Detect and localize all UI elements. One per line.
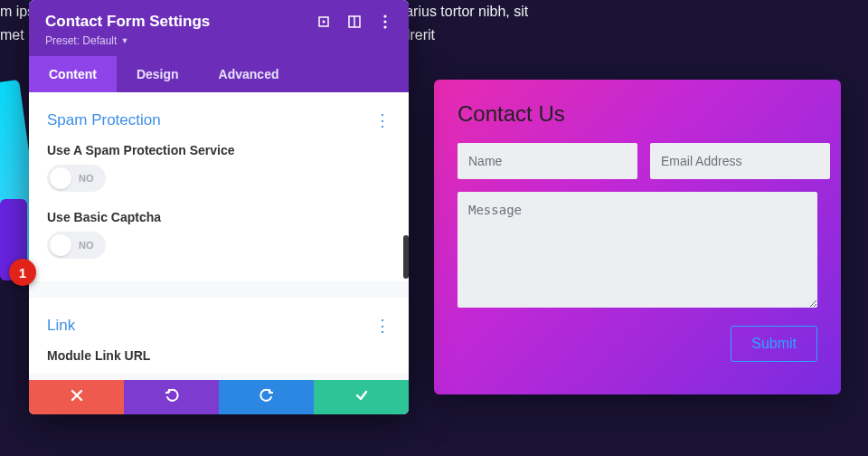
settings-panel: Contact Form Settings Preset: Default ▼ … [29,0,409,414]
toggle-spam-service[interactable]: NO [47,165,106,192]
toggle-basic-captcha[interactable]: NO [47,232,106,259]
message-field[interactable] [458,192,817,308]
contact-form-preview: Contact Us Submit [434,80,841,394]
check-icon [354,388,369,406]
step-badge: 1 [9,259,36,286]
tab-design[interactable]: Design [117,56,199,92]
redo-icon [259,388,274,406]
section-spam-protection: Spam Protection ⋮ Use A Spam Protection … [29,92,409,281]
svg-point-1 [323,21,326,24]
panel-footer [29,380,409,414]
section-title: Spam Protection [47,111,161,129]
preset-label: Preset: Default [45,34,117,47]
expand-icon[interactable] [316,14,331,29]
preview-heading: Contact Us [458,101,817,127]
toggle-state: NO [71,240,103,251]
toggle-state: NO [71,173,103,184]
undo-icon [165,388,179,406]
more-icon[interactable] [378,14,392,29]
tab-advanced[interactable]: Advanced [199,56,299,92]
close-icon [71,389,83,405]
name-field[interactable] [458,143,637,179]
tab-content[interactable]: Content [29,56,117,92]
toggle-knob [50,234,71,256]
section-link: Link ⋮ Module Link URL [29,298,409,374]
undo-button[interactable] [124,380,219,414]
redo-button[interactable] [219,380,314,414]
svg-point-5 [383,20,386,23]
svg-point-6 [383,25,386,28]
tab-bar: Content Design Advanced [29,56,409,92]
option-label-basic-captcha: Use Basic Captcha [47,210,391,224]
section-title: Link [47,317,75,335]
preset-selector[interactable]: Preset: Default ▼ [45,34,392,47]
panel-layout-icon[interactable] [347,14,362,29]
toggle-knob [50,167,71,189]
option-label-module-link: Module Link URL [47,348,391,363]
scrollbar-thumb[interactable] [403,235,409,279]
caret-down-icon: ▼ [120,36,128,45]
panel-header: Contact Form Settings Preset: Default ▼ [29,0,409,56]
panel-body: Spam Protection ⋮ Use A Spam Protection … [29,92,409,380]
section-more-icon[interactable]: ⋮ [374,110,391,130]
submit-button[interactable]: Submit [731,326,817,362]
cancel-button[interactable] [29,380,124,414]
email-field[interactable] [650,143,830,179]
svg-point-4 [383,14,386,17]
section-more-icon[interactable]: ⋮ [374,316,391,336]
option-label-spam-service: Use A Spam Protection Service [47,143,391,157]
save-button[interactable] [314,380,409,414]
panel-title: Contact Form Settings [45,13,210,31]
